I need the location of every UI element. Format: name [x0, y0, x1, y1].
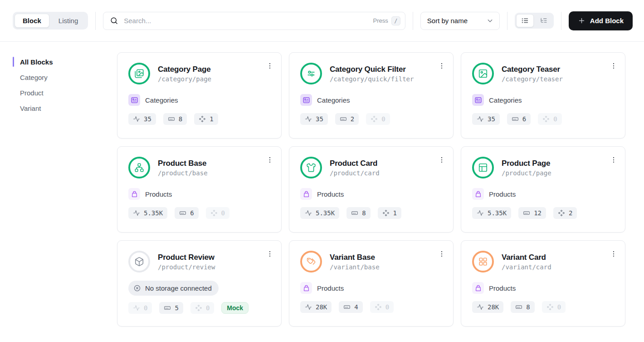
- block-titles: Category Quick Filter/category/quick/fil…: [330, 65, 414, 83]
- search-input[interactable]: [124, 17, 367, 25]
- stat-chip: 5: [159, 302, 183, 314]
- block-path: /category/quick/filter: [330, 75, 414, 83]
- dots-vertical-icon: [266, 250, 274, 258]
- sidebar-item-label: Product: [20, 89, 44, 97]
- stat-chip: 35: [300, 113, 328, 125]
- category-badge-icon: [302, 96, 310, 104]
- stat-value: 8: [526, 303, 530, 311]
- images-icon: [134, 69, 144, 79]
- add-block-button[interactable]: Add Block: [569, 11, 633, 30]
- entity-badge: [128, 94, 140, 106]
- sidebar-item-variant[interactable]: Variant: [13, 100, 117, 116]
- stat-chip: 35: [472, 113, 500, 125]
- card-menu-button[interactable]: [264, 60, 276, 73]
- card-menu-button[interactable]: [608, 248, 620, 261]
- block-type-circle: [472, 157, 494, 178]
- card-menu-button[interactable]: [436, 248, 448, 261]
- divider: [413, 12, 413, 30]
- block-card-category-page[interactable]: Category Page/category/pageCategories358…: [117, 52, 282, 139]
- block-titles: Variant Base/variant/base: [330, 253, 380, 271]
- dots-vertical-icon: [266, 156, 274, 164]
- entity-badge: [472, 188, 484, 200]
- card-menu-button[interactable]: [436, 60, 448, 73]
- dots-vertical-icon: [610, 156, 618, 164]
- press-label: Press: [373, 17, 388, 24]
- circle-x-icon: [133, 284, 141, 292]
- stat-value: 0: [144, 304, 147, 312]
- card-header: Variant Card/variant/card: [472, 251, 614, 273]
- stat-value: 5.35K: [144, 209, 163, 217]
- card-menu-button[interactable]: [608, 60, 620, 73]
- block-card-product-page[interactable]: Product Page/product/pageProducts5.35K12…: [461, 146, 625, 233]
- stat-value: 2: [569, 209, 572, 217]
- tab-block[interactable]: Block: [15, 14, 49, 28]
- block-path: /variant/base: [330, 263, 380, 271]
- activity-icon: [133, 209, 140, 217]
- field-icon: [351, 209, 358, 217]
- stat-value: 0: [381, 115, 385, 123]
- image-icon: [478, 69, 488, 79]
- block-path: /variant/card: [502, 263, 551, 271]
- block-card-product-card[interactable]: Product Card/product/cardProducts5.35K81: [289, 146, 454, 233]
- stat-chip: 8: [511, 301, 534, 313]
- sidebar: All BlocksCategoryProductVariant: [13, 52, 117, 342]
- stat-chip: 0: [366, 113, 390, 125]
- block-path: /product/card: [330, 169, 380, 177]
- sort-select[interactable]: Sort by name: [420, 12, 500, 30]
- stat-chip: 8: [346, 207, 370, 219]
- block-title: Variant Base: [330, 253, 380, 262]
- dots-vertical-icon: [266, 62, 274, 70]
- sidebar-item-category[interactable]: Category: [13, 69, 117, 85]
- view-tree-button[interactable]: [535, 14, 552, 27]
- field-icon: [179, 209, 186, 217]
- slots-icon: [382, 209, 390, 217]
- entity-label: Categories: [489, 96, 522, 104]
- block-path: /product/page: [502, 169, 551, 177]
- stat-value: 28K: [488, 303, 499, 311]
- block-card-variant-card[interactable]: Variant Card/variant/cardProducts28K80: [461, 240, 625, 327]
- block-card-category-quick-filter[interactable]: Category Quick Filter/category/quick/fil…: [289, 52, 454, 139]
- product-badge-icon: [474, 190, 482, 198]
- slots-icon: [195, 304, 202, 312]
- stat-value: 1: [210, 115, 213, 123]
- block-type-circle: [472, 63, 494, 84]
- entity-row: Products: [472, 282, 614, 294]
- entity-label: Products: [317, 284, 344, 292]
- card-menu-button[interactable]: [264, 154, 276, 167]
- product-badge-icon: [302, 284, 310, 292]
- block-card-product-base[interactable]: Product Base/product/baseProducts5.35K60: [117, 146, 282, 233]
- stat-value: 0: [557, 303, 561, 311]
- block-title: Category Page: [158, 65, 211, 74]
- search-box[interactable]: Press /: [103, 12, 405, 30]
- sidebar-item-product[interactable]: Product: [13, 85, 117, 100]
- field-icon: [512, 115, 519, 123]
- stat-chip: 1: [378, 207, 401, 219]
- stats-row: 28K80: [472, 301, 614, 313]
- tab-listing[interactable]: Listing: [50, 14, 86, 28]
- field-icon: [343, 303, 351, 311]
- content: All BlocksCategoryProductVariant Categor…: [0, 42, 644, 342]
- block-card-variant-base[interactable]: Variant Base/variant/baseProducts28K40: [289, 240, 454, 327]
- stats-row: 050Mock: [128, 302, 270, 314]
- card-menu-button[interactable]: [436, 154, 448, 167]
- stat-chip: 8: [163, 113, 187, 125]
- product-badge-icon: [474, 284, 482, 292]
- block-card-product-review[interactable]: Product Review/product/reviewNo storage …: [117, 240, 282, 327]
- block-title: Product Card: [330, 159, 380, 168]
- block-titles: Category Teaser/category/teaser: [502, 65, 563, 83]
- card-menu-button[interactable]: [608, 154, 620, 167]
- stat-value: 5: [175, 304, 178, 312]
- stat-chip: 0: [542, 301, 566, 313]
- view-list-button[interactable]: [516, 14, 534, 27]
- block-titles: Category Page/category/page: [158, 65, 211, 83]
- card-menu-button[interactable]: [264, 248, 276, 261]
- product-badge-icon: [302, 190, 310, 198]
- sidebar-item-all-blocks[interactable]: All Blocks: [13, 54, 117, 69]
- stat-chip: 6: [507, 113, 531, 125]
- block-titles: Product Page/product/page: [502, 159, 551, 177]
- stat-value: 1: [393, 209, 397, 217]
- entity-badge: [300, 282, 312, 294]
- stat-value: 35: [488, 115, 495, 123]
- block-card-category-teaser[interactable]: Category Teaser/category/teaserCategorie…: [461, 52, 625, 139]
- stat-value: 2: [351, 115, 354, 123]
